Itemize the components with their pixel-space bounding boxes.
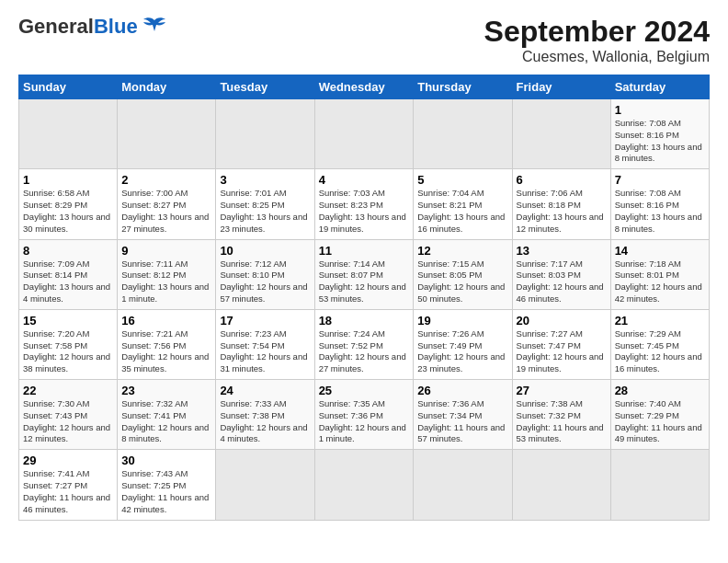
col-header-wednesday: Wednesday — [314, 75, 414, 99]
day-number: 7 — [615, 173, 705, 187]
calendar-cell — [610, 450, 709, 520]
calendar-cell — [19, 99, 118, 169]
day-info: Sunrise: 7:41 AMSunset: 7:27 PMDaylight:… — [23, 468, 113, 515]
day-number: 28 — [615, 384, 705, 397]
day-info: Sunrise: 7:11 AMSunset: 8:12 PMDaylight:… — [121, 259, 211, 305]
calendar-cell — [512, 450, 610, 520]
day-info: Sunrise: 7:40 AMSunset: 7:29 PMDaylight:… — [615, 398, 705, 445]
day-info: Sunrise: 7:33 AMSunset: 7:38 PMDaylight:… — [220, 398, 310, 445]
week-row-4: 22Sunrise: 7:30 AMSunset: 7:43 PMDayligh… — [19, 380, 710, 450]
calendar-cell: 17Sunrise: 7:23 AMSunset: 7:54 PMDayligh… — [216, 309, 314, 379]
day-number: 5 — [417, 173, 507, 187]
calendar-cell: 5Sunrise: 7:04 AMSunset: 8:21 PMDaylight… — [414, 169, 512, 239]
calendar-cell: 22Sunrise: 7:30 AMSunset: 7:43 PMDayligh… — [19, 380, 118, 450]
day-info: Sunrise: 7:35 AMSunset: 7:36 PMDaylight:… — [319, 398, 410, 445]
day-info: Sunrise: 7:36 AMSunset: 7:34 PMDaylight:… — [417, 398, 507, 445]
day-number: 29 — [23, 454, 113, 467]
day-number: 15 — [23, 314, 113, 327]
col-header-thursday: Thursday — [414, 75, 512, 99]
day-info: Sunrise: 7:32 AMSunset: 7:41 PMDaylight:… — [121, 398, 211, 445]
day-number: 2 — [121, 173, 211, 187]
header: GeneralBlue September 2024 Cuesmes, Wall… — [18, 15, 710, 65]
calendar-cell: 24Sunrise: 7:33 AMSunset: 7:38 PMDayligh… — [216, 380, 314, 450]
calendar-cell: 2Sunrise: 7:00 AMSunset: 8:27 PMDaylight… — [118, 169, 216, 239]
title-block: September 2024 Cuesmes, Wallonia, Belgiu… — [484, 15, 710, 65]
day-number: 1 — [615, 103, 705, 117]
week-row-1: 1Sunrise: 6:58 AMSunset: 8:29 PMDaylight… — [19, 169, 710, 239]
col-header-saturday: Saturday — [610, 75, 709, 99]
day-number: 4 — [319, 173, 410, 187]
calendar-cell: 4Sunrise: 7:03 AMSunset: 8:23 PMDaylight… — [314, 169, 414, 239]
calendar-cell — [314, 99, 414, 169]
calendar-cell: 14Sunrise: 7:18 AMSunset: 8:01 PMDayligh… — [610, 239, 709, 309]
day-number: 1 — [23, 173, 113, 187]
day-info: Sunrise: 6:58 AMSunset: 8:29 PMDaylight:… — [23, 188, 113, 235]
calendar-cell: 6Sunrise: 7:06 AMSunset: 8:18 PMDaylight… — [512, 169, 610, 239]
day-number: 3 — [220, 173, 310, 187]
calendar-cell: 26Sunrise: 7:36 AMSunset: 7:34 PMDayligh… — [414, 380, 512, 450]
day-info: Sunrise: 7:03 AMSunset: 8:23 PMDaylight:… — [319, 188, 410, 235]
day-number: 20 — [517, 314, 607, 327]
day-number: 8 — [23, 244, 113, 258]
week-row-0: 1Sunrise: 7:08 AMSunset: 8:16 PMDaylight… — [19, 99, 710, 169]
day-number: 27 — [517, 384, 607, 397]
calendar-cell: 10Sunrise: 7:12 AMSunset: 8:10 PMDayligh… — [216, 239, 314, 309]
col-header-tuesday: Tuesday — [216, 75, 314, 99]
calendar-cell — [414, 99, 512, 169]
logo-blue: Blue — [94, 15, 138, 38]
day-info: Sunrise: 7:30 AMSunset: 7:43 PMDaylight:… — [23, 398, 113, 445]
day-number: 13 — [517, 244, 607, 258]
calendar-cell: 11Sunrise: 7:14 AMSunset: 8:07 PMDayligh… — [314, 239, 414, 309]
day-number: 11 — [319, 244, 410, 258]
day-number: 6 — [517, 173, 607, 187]
calendar-cell: 1Sunrise: 6:58 AMSunset: 8:29 PMDaylight… — [19, 169, 118, 239]
month-year-title: September 2024 — [484, 15, 710, 49]
calendar-cell: 27Sunrise: 7:38 AMSunset: 7:32 PMDayligh… — [512, 380, 610, 450]
calendar-cell: 13Sunrise: 7:17 AMSunset: 8:03 PMDayligh… — [512, 239, 610, 309]
logo-bird-icon — [142, 17, 167, 37]
calendar-cell: 23Sunrise: 7:32 AMSunset: 7:41 PMDayligh… — [118, 380, 216, 450]
calendar-cell: 7Sunrise: 7:08 AMSunset: 8:16 PMDaylight… — [610, 169, 709, 239]
calendar-cell: 29Sunrise: 7:41 AMSunset: 7:27 PMDayligh… — [19, 450, 118, 520]
day-number: 17 — [220, 314, 310, 327]
location-subtitle: Cuesmes, Wallonia, Belgium — [484, 49, 710, 65]
calendar-cell — [118, 99, 216, 169]
logo-general: General — [18, 15, 94, 38]
day-number: 10 — [220, 244, 310, 258]
calendar-cell — [314, 450, 414, 520]
day-info: Sunrise: 7:08 AMSunset: 8:16 PMDaylight:… — [615, 118, 705, 165]
day-info: Sunrise: 7:09 AMSunset: 8:14 PMDaylight:… — [23, 259, 113, 305]
day-info: Sunrise: 7:27 AMSunset: 7:47 PMDaylight:… — [517, 328, 607, 375]
day-number: 24 — [220, 384, 310, 397]
week-row-3: 15Sunrise: 7:20 AMSunset: 7:58 PMDayligh… — [19, 309, 710, 379]
day-number: 22 — [23, 384, 113, 397]
calendar-cell: 19Sunrise: 7:26 AMSunset: 7:49 PMDayligh… — [414, 309, 512, 379]
day-info: Sunrise: 7:15 AMSunset: 8:05 PMDaylight:… — [417, 259, 507, 305]
calendar-cell: 25Sunrise: 7:35 AMSunset: 7:36 PMDayligh… — [314, 380, 414, 450]
calendar-cell: 3Sunrise: 7:01 AMSunset: 8:25 PMDaylight… — [216, 169, 314, 239]
day-info: Sunrise: 7:38 AMSunset: 7:32 PMDaylight:… — [517, 398, 607, 445]
calendar-cell — [216, 99, 314, 169]
day-info: Sunrise: 7:20 AMSunset: 7:58 PMDaylight:… — [23, 328, 113, 375]
day-info: Sunrise: 7:26 AMSunset: 7:49 PMDaylight:… — [417, 328, 507, 375]
day-info: Sunrise: 7:04 AMSunset: 8:21 PMDaylight:… — [417, 188, 507, 235]
day-info: Sunrise: 7:06 AMSunset: 8:18 PMDaylight:… — [517, 188, 607, 235]
day-info: Sunrise: 7:12 AMSunset: 8:10 PMDaylight:… — [220, 259, 310, 305]
day-info: Sunrise: 7:01 AMSunset: 8:25 PMDaylight:… — [220, 188, 310, 235]
calendar-cell: 21Sunrise: 7:29 AMSunset: 7:45 PMDayligh… — [610, 309, 709, 379]
calendar-cell: 12Sunrise: 7:15 AMSunset: 8:05 PMDayligh… — [414, 239, 512, 309]
day-number: 9 — [121, 244, 211, 258]
day-info: Sunrise: 7:24 AMSunset: 7:52 PMDaylight:… — [319, 328, 410, 375]
day-info: Sunrise: 7:08 AMSunset: 8:16 PMDaylight:… — [615, 188, 705, 235]
day-info: Sunrise: 7:17 AMSunset: 8:03 PMDaylight:… — [517, 259, 607, 305]
calendar-cell: 18Sunrise: 7:24 AMSunset: 7:52 PMDayligh… — [314, 309, 414, 379]
col-header-friday: Friday — [512, 75, 610, 99]
calendar-cell — [216, 450, 314, 520]
day-number: 26 — [417, 384, 507, 397]
calendar-cell: 30Sunrise: 7:43 AMSunset: 7:25 PMDayligh… — [118, 450, 216, 520]
calendar-cell: 28Sunrise: 7:40 AMSunset: 7:29 PMDayligh… — [610, 380, 709, 450]
calendar-cell — [512, 99, 610, 169]
calendar-cell: 9Sunrise: 7:11 AMSunset: 8:12 PMDaylight… — [118, 239, 216, 309]
calendar-page: GeneralBlue September 2024 Cuesmes, Wall… — [0, 0, 728, 563]
calendar-cell: 16Sunrise: 7:21 AMSunset: 7:56 PMDayligh… — [118, 309, 216, 379]
